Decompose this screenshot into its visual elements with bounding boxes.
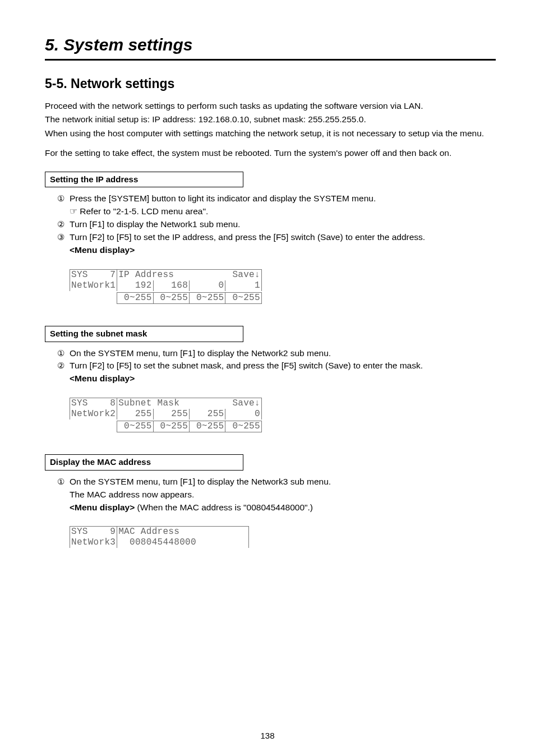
step-subtext: The MAC address now appears. [57,489,496,501]
lcd-menu-subnet: SYS 8 Subnet Mask Save↓ NetWork2 255 255… [70,385,496,444]
lcd-cell: 0 [225,409,261,420]
circled-number-icon: ② [57,219,64,230]
intro-paragraph: When using the host computer with settin… [45,128,496,140]
step-text: Press the [SYSTEM] button to light its i… [70,193,376,203]
lcd-cell: 255 [190,409,225,420]
lcd-cell: 0~255 [117,292,153,303]
menu-display-suffix: (When the MAC address is "008045448000".… [135,503,313,512]
step-item: ① On the SYSTEM menu, turn [F1] to displ… [57,476,496,488]
lcd-cell: 168 [153,280,189,291]
circled-number-icon: ① [57,476,64,487]
lcd-cell: 192 [117,280,153,291]
step-text: Turn [F2] to [F5] to set the subnet mask… [70,361,423,370]
step-text: Turn [F1] to display the Network1 sub me… [70,219,240,229]
lcd-cell: 1 [225,280,261,291]
lcd-cell: MAC Address [117,527,249,538]
step-text: Turn [F2] to [F5] to set the IP address,… [70,232,425,242]
step-text: On the SYSTEM menu, turn [F1] to display… [70,348,331,358]
step-item: ③ Turn [F2] to [F5] to set the IP addres… [57,232,496,243]
menu-display-prefix: <Menu display> [70,503,135,512]
lcd-cell: 0~255 [153,421,189,432]
circled-number-icon: ② [57,360,64,371]
menu-display-label: <Menu display> [45,245,496,256]
pointer-icon: ☞ [70,206,77,216]
step-text: On the SYSTEM menu, turn [F1] to display… [70,477,331,486]
lcd-cell: SYS 7 [70,269,117,280]
step-item: ② Turn [F1] to display the Network1 sub … [57,219,496,231]
lcd-cell: 0~255 [190,421,225,432]
lcd-menu-mac: SYS 9 MAC Address NetWork3 008045448000 [70,514,496,560]
step-item: ① Press the [SYSTEM] button to light its… [57,193,496,205]
lcd-cell: 255 [153,409,189,420]
menu-display-label: <Menu display> [45,373,496,385]
mac-heading-box: Display the MAC address [45,454,243,470]
lcd-cell: 0 [190,280,225,291]
lcd-cell: NetWork2 [70,409,117,420]
lcd-cell: Subnet Mask [117,398,225,409]
lcd-cell: 008045448000 [117,537,249,548]
ip-heading-box: Setting the IP address [45,172,243,187]
lcd-cell: SYS 9 [70,527,117,538]
step-text: The MAC address now appears. [70,490,194,499]
intro-paragraph: Proceed with the network settings to per… [45,100,496,112]
circled-number-icon: ① [57,193,64,204]
lcd-cell: 0~255 [117,421,153,432]
lcd-cell: 0~255 [225,292,261,303]
lcd-cell: SYS 8 [70,398,117,409]
lcd-cell: Save↓ [225,269,261,280]
lcd-cell: NetWork1 [70,280,117,291]
lcd-cell: 0~255 [225,421,261,432]
circled-number-icon: ① [57,348,64,359]
lcd-cell: IP Address [117,269,225,280]
lcd-cell: 255 [117,409,153,420]
intro-paragraph: For the setting to take effect, the syst… [45,147,496,159]
circled-number-icon: ③ [57,232,64,243]
lcd-menu-ip: SYS 7 IP Address Save↓ NetWork1 192 168 … [70,257,496,316]
section-title: 5-5. Network settings [45,75,496,93]
menu-display-label: <Menu display> (When the MAC address is … [45,502,496,514]
lcd-cell: 0~255 [190,292,225,303]
lcd-cell: NetWork3 [70,537,117,548]
lcd-cell: Save↓ [225,398,261,409]
subnet-heading-box: Setting the subnet mask [45,326,243,342]
step-item: ① On the SYSTEM menu, turn [F1] to displ… [57,348,496,359]
step-reference: ☞ Refer to "2-1-5. LCD menu area". [57,206,496,218]
intro-paragraph: The network initial setup is: IP address… [45,114,496,126]
chapter-title: 5. System settings [45,34,496,61]
step-item: ② Turn [F2] to [F5] to set the subnet ma… [57,360,496,372]
lcd-cell: 0~255 [153,292,189,303]
reference-text: Refer to "2-1-5. LCD menu area". [77,206,208,216]
